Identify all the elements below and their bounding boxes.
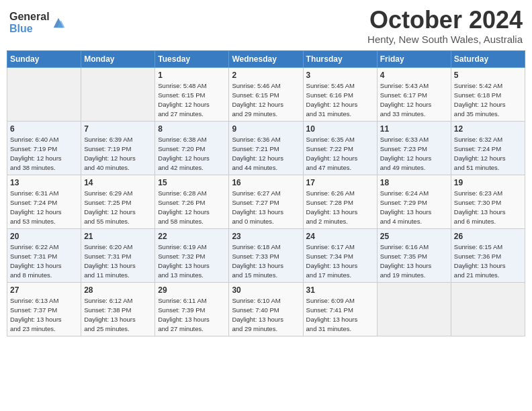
day-number: 11 xyxy=(380,124,448,135)
day-info: Sunrise: 6:18 AM Sunset: 7:33 PM Dayligh… xyxy=(232,243,283,278)
day-cell: 11Sunrise: 6:33 AM Sunset: 7:23 PM Dayli… xyxy=(377,121,451,175)
day-cell: 3Sunrise: 5:45 AM Sunset: 6:16 PM Daylig… xyxy=(303,67,377,121)
logo-icon xyxy=(51,15,66,30)
day-cell: 7Sunrise: 6:39 AM Sunset: 7:19 PM Daylig… xyxy=(81,121,155,175)
day-number: 8 xyxy=(158,124,226,135)
day-cell: 4Sunrise: 5:43 AM Sunset: 6:17 PM Daylig… xyxy=(377,67,451,121)
day-cell: 30Sunrise: 6:10 AM Sunset: 7:40 PM Dayli… xyxy=(229,282,303,336)
day-number: 19 xyxy=(454,177,522,189)
day-number: 3 xyxy=(306,70,374,81)
day-info: Sunrise: 6:15 AM Sunset: 7:36 PM Dayligh… xyxy=(454,243,506,278)
day-info: Sunrise: 6:29 AM Sunset: 7:25 PM Dayligh… xyxy=(84,189,136,224)
logo-general: General xyxy=(9,11,50,23)
day-cell: 15Sunrise: 6:28 AM Sunset: 7:26 PM Dayli… xyxy=(155,175,229,228)
day-info: Sunrise: 5:46 AM Sunset: 6:15 PM Dayligh… xyxy=(232,82,283,117)
day-cell: 20Sunrise: 6:22 AM Sunset: 7:31 PM Dayli… xyxy=(7,228,81,282)
day-number: 24 xyxy=(306,231,374,242)
subtitle: Henty, New South Wales, Australia xyxy=(367,34,523,45)
day-number: 29 xyxy=(158,285,226,296)
day-number: 20 xyxy=(10,231,78,242)
day-info: Sunrise: 6:23 AM Sunset: 7:30 PM Dayligh… xyxy=(454,189,506,224)
header-day-monday: Monday xyxy=(81,50,155,67)
day-cell: 13Sunrise: 6:31 AM Sunset: 7:24 PM Dayli… xyxy=(7,175,81,228)
day-number: 27 xyxy=(10,285,78,296)
day-info: Sunrise: 6:27 AM Sunset: 7:27 PM Dayligh… xyxy=(232,189,283,224)
day-cell: 12Sunrise: 6:32 AM Sunset: 7:24 PM Dayli… xyxy=(451,121,525,175)
day-info: Sunrise: 6:40 AM Sunset: 7:19 PM Dayligh… xyxy=(10,136,62,171)
header-day-friday: Friday xyxy=(377,50,451,67)
header-day-saturday: Saturday xyxy=(451,50,525,67)
day-number: 26 xyxy=(454,231,522,242)
day-number: 28 xyxy=(84,285,152,296)
day-cell xyxy=(7,67,81,121)
day-number: 18 xyxy=(380,177,448,189)
day-info: Sunrise: 6:13 AM Sunset: 7:37 PM Dayligh… xyxy=(10,297,62,332)
logo: General Blue xyxy=(9,11,66,34)
day-info: Sunrise: 6:09 AM Sunset: 7:41 PM Dayligh… xyxy=(306,297,358,332)
day-info: Sunrise: 6:33 AM Sunset: 7:23 PM Dayligh… xyxy=(380,136,432,171)
day-number: 4 xyxy=(380,70,448,81)
day-cell: 19Sunrise: 6:23 AM Sunset: 7:30 PM Dayli… xyxy=(451,175,525,228)
day-number: 12 xyxy=(454,124,522,135)
day-cell: 25Sunrise: 6:16 AM Sunset: 7:35 PM Dayli… xyxy=(377,228,451,282)
header-day-thursday: Thursday xyxy=(303,50,377,67)
day-cell: 2Sunrise: 5:46 AM Sunset: 6:15 PM Daylig… xyxy=(229,67,303,121)
day-number: 14 xyxy=(84,177,152,189)
logo-blue: Blue xyxy=(9,23,50,35)
day-info: Sunrise: 6:11 AM Sunset: 7:39 PM Dayligh… xyxy=(158,297,210,332)
day-cell: 8Sunrise: 6:38 AM Sunset: 7:20 PM Daylig… xyxy=(155,121,229,175)
day-cell: 24Sunrise: 6:17 AM Sunset: 7:34 PM Dayli… xyxy=(303,228,377,282)
day-info: Sunrise: 6:38 AM Sunset: 7:20 PM Dayligh… xyxy=(158,136,210,171)
day-cell: 27Sunrise: 6:13 AM Sunset: 7:37 PM Dayli… xyxy=(7,282,81,336)
day-number: 15 xyxy=(158,177,226,189)
day-cell: 22Sunrise: 6:19 AM Sunset: 7:32 PM Dayli… xyxy=(155,228,229,282)
day-number: 22 xyxy=(158,231,226,242)
day-info: Sunrise: 5:45 AM Sunset: 6:16 PM Dayligh… xyxy=(306,82,358,117)
week-row-2: 13Sunrise: 6:31 AM Sunset: 7:24 PM Dayli… xyxy=(7,175,525,228)
day-cell: 18Sunrise: 6:24 AM Sunset: 7:29 PM Dayli… xyxy=(377,175,451,228)
day-cell: 31Sunrise: 6:09 AM Sunset: 7:41 PM Dayli… xyxy=(303,282,377,336)
day-info: Sunrise: 6:35 AM Sunset: 7:22 PM Dayligh… xyxy=(306,136,358,171)
day-number: 10 xyxy=(306,124,374,135)
day-number: 9 xyxy=(232,124,300,135)
day-number: 13 xyxy=(10,177,78,189)
week-row-1: 6Sunrise: 6:40 AM Sunset: 7:19 PM Daylig… xyxy=(7,121,525,175)
day-info: Sunrise: 5:43 AM Sunset: 6:17 PM Dayligh… xyxy=(380,82,432,117)
day-number: 31 xyxy=(306,285,374,296)
day-cell: 29Sunrise: 6:11 AM Sunset: 7:39 PM Dayli… xyxy=(155,282,229,336)
day-cell: 9Sunrise: 6:36 AM Sunset: 7:21 PM Daylig… xyxy=(229,121,303,175)
day-cell: 6Sunrise: 6:40 AM Sunset: 7:19 PM Daylig… xyxy=(7,121,81,175)
calendar-body: 1Sunrise: 5:48 AM Sunset: 6:15 PM Daylig… xyxy=(7,67,525,336)
calendar: SundayMondayTuesdayWednesdayThursdayFrid… xyxy=(7,50,525,336)
header-day-sunday: Sunday xyxy=(7,50,81,67)
day-info: Sunrise: 6:31 AM Sunset: 7:24 PM Dayligh… xyxy=(10,189,62,224)
day-number: 25 xyxy=(380,231,448,242)
header: General Blue October 2024 Henty, New Sou… xyxy=(7,7,525,45)
day-info: Sunrise: 6:19 AM Sunset: 7:32 PM Dayligh… xyxy=(158,243,210,278)
day-info: Sunrise: 5:48 AM Sunset: 6:15 PM Dayligh… xyxy=(158,82,210,117)
title-area: October 2024 Henty, New South Wales, Aus… xyxy=(367,7,523,45)
day-number: 23 xyxy=(232,231,300,242)
day-number: 21 xyxy=(84,231,152,242)
header-day-wednesday: Wednesday xyxy=(229,50,303,67)
day-info: Sunrise: 6:24 AM Sunset: 7:29 PM Dayligh… xyxy=(380,189,432,224)
day-info: Sunrise: 5:42 AM Sunset: 6:18 PM Dayligh… xyxy=(454,82,506,117)
day-cell: 1Sunrise: 5:48 AM Sunset: 6:15 PM Daylig… xyxy=(155,67,229,121)
day-cell: 28Sunrise: 6:12 AM Sunset: 7:38 PM Dayli… xyxy=(81,282,155,336)
calendar-header: SundayMondayTuesdayWednesdayThursdayFrid… xyxy=(7,50,525,67)
week-row-3: 20Sunrise: 6:22 AM Sunset: 7:31 PM Dayli… xyxy=(7,228,525,282)
day-number: 30 xyxy=(232,285,300,296)
day-cell xyxy=(451,282,525,336)
day-info: Sunrise: 6:20 AM Sunset: 7:31 PM Dayligh… xyxy=(84,243,136,278)
day-number: 17 xyxy=(306,177,374,189)
week-row-4: 27Sunrise: 6:13 AM Sunset: 7:37 PM Dayli… xyxy=(7,282,525,336)
day-cell: 14Sunrise: 6:29 AM Sunset: 7:25 PM Dayli… xyxy=(81,175,155,228)
day-info: Sunrise: 6:22 AM Sunset: 7:31 PM Dayligh… xyxy=(10,243,62,278)
header-day-tuesday: Tuesday xyxy=(155,50,229,67)
day-info: Sunrise: 6:36 AM Sunset: 7:21 PM Dayligh… xyxy=(232,136,283,171)
day-info: Sunrise: 6:32 AM Sunset: 7:24 PM Dayligh… xyxy=(454,136,506,171)
day-cell: 17Sunrise: 6:26 AM Sunset: 7:28 PM Dayli… xyxy=(303,175,377,228)
day-info: Sunrise: 6:28 AM Sunset: 7:26 PM Dayligh… xyxy=(158,189,210,224)
header-row: SundayMondayTuesdayWednesdayThursdayFrid… xyxy=(7,50,525,67)
day-cell: 26Sunrise: 6:15 AM Sunset: 7:36 PM Dayli… xyxy=(451,228,525,282)
